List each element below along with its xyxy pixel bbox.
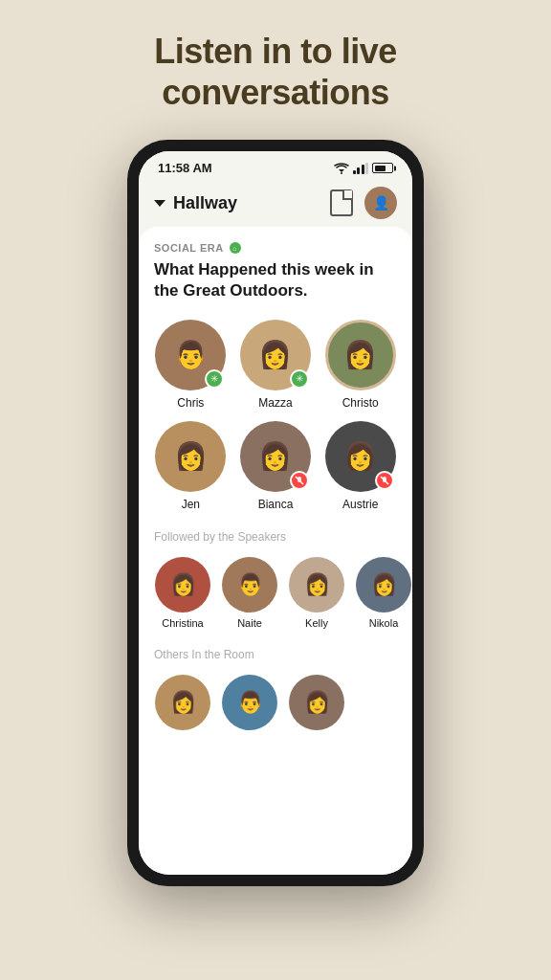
others-listeners-row: 👩 👨 👩 <box>154 675 397 730</box>
speaker-mazza[interactable]: 👩 ✳ Mazza <box>239 320 313 410</box>
speaker-grid: 👨 ✳ Chris 👩 ✳ <box>154 320 397 511</box>
listener-kelly-avatar: 👩 <box>289 557 344 612</box>
speaker-austrie-name: Austrie <box>342 498 378 511</box>
followed-section-header: Followed by the Speakers <box>154 530 397 544</box>
headline-line2: conversations <box>162 73 389 112</box>
listener-christina-name: Christina <box>162 617 203 629</box>
document-icon[interactable] <box>330 189 353 216</box>
speaker-bianca-avatar-container: 👩 <box>240 421 311 492</box>
speaker-chris-avatar-container: 👨 ✳ <box>155 320 226 390</box>
live-indicator <box>230 242 241 254</box>
svg-rect-3 <box>298 477 301 482</box>
status-time: 11:58 AM <box>158 161 212 175</box>
room-title: What Happened this week in the Great Out… <box>154 259 397 301</box>
app-bar-title: Hallway <box>173 193 237 213</box>
speaker-christo-avatar: 👩 <box>325 320 396 390</box>
phone-device: 11:58 AM <box>127 140 424 886</box>
listener-christina[interactable]: 👩 Christina <box>154 557 211 629</box>
page-headline: Listen in to live conversations <box>116 0 435 140</box>
svg-rect-5 <box>383 477 386 482</box>
followed-listeners-row: 👩 Christina 👨 Naite 👩 Kelly <box>154 557 397 629</box>
speaker-jen[interactable]: 👩 Jen <box>154 421 228 511</box>
listener-other1-avatar: 👩 <box>155 675 210 730</box>
app-bar-left[interactable]: Hallway <box>154 193 237 213</box>
svg-point-1 <box>341 172 342 174</box>
mute-icon <box>380 476 389 485</box>
mute-icon <box>295 476 304 485</box>
listener-nikola-name: Nikola <box>369 617 399 629</box>
speaker-jen-avatar: 👩 <box>155 421 226 492</box>
chevron-down-icon[interactable] <box>154 200 165 207</box>
user-avatar[interactable]: 👤 <box>364 187 397 219</box>
speaker-bianca[interactable]: 👩 Bianca <box>239 421 313 511</box>
speaker-austrie[interactable]: 👩 Austrie <box>323 421 397 511</box>
content-area: SOCIAL ERA What Happened this week in th… <box>139 227 412 875</box>
listener-other3-avatar: 👩 <box>289 675 344 730</box>
listener-other3[interactable]: 👩 <box>288 675 345 730</box>
speaker-bianca-muted <box>290 471 309 490</box>
speaker-chris-badge: ✳ <box>205 369 224 389</box>
others-section-header: Others In the Room <box>154 648 397 661</box>
app-bar: Hallway 👤 <box>139 179 412 227</box>
speaker-chris[interactable]: 👨 ✳ Chris <box>154 320 228 410</box>
listener-other1[interactable]: 👩 <box>154 675 211 730</box>
speaker-mazza-badge: ✳ <box>290 369 309 389</box>
speaker-jen-name: Jen <box>182 498 200 511</box>
listener-naite-avatar: 👨 <box>222 557 277 612</box>
listener-naite-name: Naite <box>237 617 262 629</box>
battery-icon <box>372 163 393 173</box>
headline-line1: Listen in to live <box>154 32 397 71</box>
speaker-jen-avatar-container: 👩 <box>155 421 226 492</box>
listener-other2[interactable]: 👨 <box>221 675 278 730</box>
listener-nikola[interactable]: 👩 Nikola <box>355 557 412 629</box>
speaker-christo-avatar-container: 👩 <box>325 320 396 390</box>
room-label: SOCIAL ERA <box>154 242 397 254</box>
app-bar-right: 👤 <box>330 187 397 219</box>
signal-icon <box>353 163 369 174</box>
speaker-bianca-name: Bianca <box>258 498 294 511</box>
listener-kelly[interactable]: 👩 Kelly <box>288 557 345 629</box>
listener-nikola-avatar: 👩 <box>356 557 411 612</box>
listener-other2-avatar: 👨 <box>222 675 277 730</box>
speaker-mazza-name: Mazza <box>258 396 292 410</box>
speaker-austrie-muted <box>375 471 394 490</box>
listener-christina-avatar: 👩 <box>155 557 210 612</box>
wifi-icon <box>334 163 349 174</box>
svg-marker-0 <box>339 169 344 172</box>
status-icons <box>334 163 394 174</box>
speaker-christo-name: Christo <box>342 396 379 410</box>
speaker-chris-name: Chris <box>177 396 204 410</box>
speaker-christo[interactable]: 👩 Christo <box>323 320 397 410</box>
speaker-austrie-avatar-container: 👩 <box>325 421 396 492</box>
speaker-mazza-avatar-container: 👩 ✳ <box>240 320 311 390</box>
listener-naite[interactable]: 👨 Naite <box>221 557 278 629</box>
phone-screen: 11:58 AM <box>139 151 412 875</box>
status-bar: 11:58 AM <box>139 151 412 179</box>
listener-kelly-name: Kelly <box>305 617 328 629</box>
